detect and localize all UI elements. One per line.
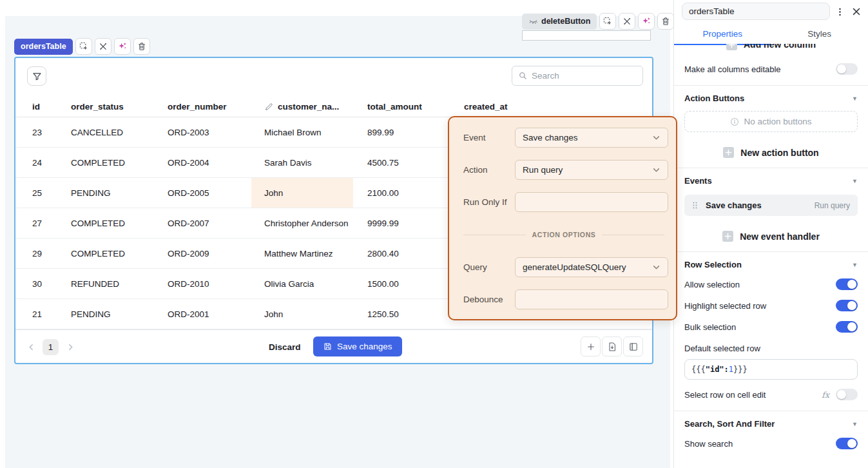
filter-button[interactable]: [27, 66, 46, 86]
table-cell[interactable]: ORD-2004: [153, 148, 251, 177]
table-cell[interactable]: COMPLETED: [57, 208, 153, 238]
select-widget-button[interactable]: [75, 38, 92, 55]
table-cell[interactable]: ORD-2007: [153, 208, 251, 238]
table-cell[interactable]: 1250.50: [353, 299, 450, 329]
table-cell[interactable]: Matthew Martinez: [251, 239, 353, 268]
events-section-header[interactable]: Events ▼: [684, 176, 858, 186]
make-columns-editable-toggle[interactable]: [836, 63, 858, 75]
table-cell[interactable]: PENDING: [57, 178, 153, 208]
delete-widget-button[interactable]: [133, 38, 150, 55]
table-cell[interactable]: COMPLETED: [57, 148, 153, 177]
no-action-buttons-label: No action buttons: [744, 117, 811, 126]
next-page-button[interactable]: [64, 340, 77, 353]
orders-table-name-pill[interactable]: ordersTable: [14, 39, 73, 55]
fx-icon[interactable]: fx: [822, 390, 829, 400]
table-cell[interactable]: 24: [15, 148, 57, 177]
table-cell[interactable]: 21: [15, 299, 57, 329]
debounce-input[interactable]: [515, 289, 668, 309]
table-cell[interactable]: 9999.99: [353, 208, 450, 238]
info-circle-icon: [730, 117, 739, 126]
new-event-handler-button[interactable]: New event handler: [684, 231, 858, 242]
query-field-label: Query: [463, 262, 487, 272]
table-cell[interactable]: ORD-2009: [153, 239, 251, 268]
table-cell[interactable]: 29: [15, 239, 57, 268]
table-cell[interactable]: 25: [15, 178, 57, 208]
widget-name-input[interactable]: [682, 3, 830, 20]
run-only-if-input[interactable]: [515, 192, 668, 212]
table-cell[interactable]: REFUNDED: [57, 269, 153, 298]
delete-button-widget[interactable]: [522, 30, 651, 41]
column-header-total-amount[interactable]: total_amount: [353, 97, 450, 117]
row-selection-section-header[interactable]: Row Selection ▼: [684, 260, 858, 269]
prev-page-button[interactable]: [24, 340, 37, 353]
table-cell[interactable]: Sarah Davis: [251, 148, 353, 177]
panel-close-button[interactable]: [849, 4, 864, 19]
delete-button-name-pill[interactable]: deleteButton: [522, 14, 597, 30]
new-action-button[interactable]: New action button: [684, 147, 858, 158]
column-header-order-number[interactable]: order_number: [153, 97, 251, 117]
table-cell[interactable]: 4500.75: [353, 148, 450, 177]
table-cell[interactable]: 1500.00: [353, 269, 450, 298]
table-footer: 1 Discard Save changes: [15, 329, 652, 363]
tab-properties[interactable]: Properties: [674, 23, 771, 44]
table-cell[interactable]: 899.99: [353, 117, 450, 147]
plus-square-icon: [722, 231, 733, 242]
table-cell[interactable]: 2100.00: [353, 178, 450, 208]
table-cell[interactable]: Christopher Anderson: [251, 208, 353, 238]
allow-selection-toggle[interactable]: [836, 278, 858, 290]
column-header-created-at[interactable]: created_at: [450, 97, 652, 117]
table-cell[interactable]: ORD-2010: [153, 269, 251, 298]
column-header-customer-name[interactable]: customer_na...: [251, 97, 353, 117]
table-cell[interactable]: Michael Brown: [251, 117, 353, 147]
delete-widget-button[interactable]: [657, 13, 674, 30]
ai-button[interactable]: [638, 13, 655, 30]
search-sort-filter-section-header[interactable]: Search, Sort And Filter ▼: [684, 419, 858, 429]
make-columns-editable-label: Make all columns editable: [684, 64, 781, 74]
action-buttons-section-header[interactable]: Action Buttons ▼: [684, 93, 858, 103]
select-row-on-cell-edit-toggle[interactable]: [836, 389, 858, 400]
select-cursor-icon: [79, 41, 89, 52]
plus-square-icon: [723, 147, 734, 158]
bulk-selection-toggle[interactable]: [836, 321, 858, 333]
search-input[interactable]: [532, 71, 637, 81]
event-select[interactable]: Save changes: [515, 128, 668, 148]
drag-handle-icon[interactable]: [692, 201, 698, 210]
tab-styles[interactable]: Styles: [771, 23, 868, 44]
ai-button[interactable]: [114, 38, 131, 55]
select-widget-button[interactable]: [599, 13, 616, 30]
select-row-on-cell-edit-row: Select row on cell edit fx: [684, 388, 858, 401]
bindings-button[interactable]: [95, 38, 111, 55]
save-changes-button[interactable]: Save changes: [313, 336, 402, 356]
table-cell[interactable]: Olivia Garcia: [251, 269, 353, 298]
bindings-button[interactable]: [619, 13, 635, 30]
column-header-id[interactable]: id: [15, 97, 57, 117]
table-cell[interactable]: PENDING: [57, 299, 153, 329]
table-cell[interactable]: CANCELLED: [57, 117, 153, 147]
event-handler-item[interactable]: Save changes Run query: [684, 195, 858, 216]
table-cell[interactable]: John: [251, 299, 353, 329]
columns-panel-button[interactable]: [623, 336, 643, 356]
table-cell[interactable]: 30: [15, 269, 57, 298]
column-header-order-status[interactable]: order_status: [57, 97, 153, 117]
default-selected-row-input[interactable]: {{{"id":1}}}: [684, 359, 858, 380]
table-cell[interactable]: ORD-2001: [153, 299, 251, 329]
page-number[interactable]: 1: [43, 339, 59, 355]
table-cell[interactable]: ORD-2005: [153, 178, 251, 208]
show-search-toggle[interactable]: [836, 438, 858, 449]
table-cell[interactable]: 23: [15, 117, 57, 147]
highlight-selected-row-toggle[interactable]: [836, 300, 858, 311]
panel-menu-button[interactable]: [832, 4, 847, 19]
table-cell[interactable]: ORD-2003: [153, 117, 251, 147]
table-cell[interactable]: 27: [15, 208, 57, 238]
table-cell[interactable]: John: [251, 178, 353, 208]
download-button[interactable]: [602, 336, 622, 356]
discard-button[interactable]: Discard: [269, 330, 301, 364]
add-new-column-button[interactable]: Add new column: [684, 44, 858, 54]
add-row-button[interactable]: [581, 336, 601, 356]
search-icon: [518, 71, 528, 81]
action-select[interactable]: Run query: [515, 160, 668, 180]
query-select[interactable]: generateUpdateSQLQuery: [515, 257, 668, 277]
table-cell[interactable]: COMPLETED: [57, 239, 153, 268]
bindings-slash-icon: [622, 16, 632, 26]
table-cell[interactable]: 2800.40: [353, 239, 450, 268]
